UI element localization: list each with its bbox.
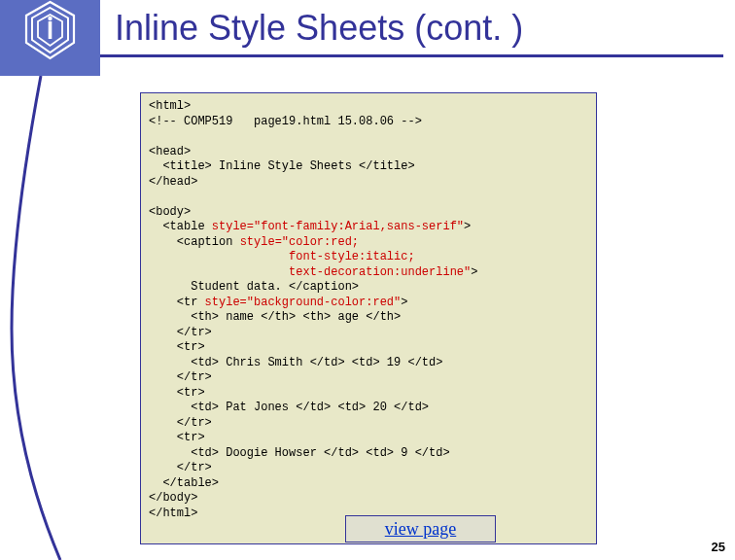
decorative-curve: [0, 76, 100, 560]
code-block: <html> <!-- COMP519 page19.html 15.08.06…: [140, 92, 597, 544]
code-line: <tr>: [149, 340, 205, 354]
code-line: <td> Chris Smith </td> <td> 19 </td>: [149, 356, 442, 369]
code-line: <head>: [149, 145, 191, 158]
code-line: </table>: [149, 476, 219, 490]
code-style: style="background-color:red": [205, 296, 402, 309]
code-style: style="font-family:Arial,sans-serif": [212, 220, 464, 233]
code-line: >: [464, 220, 471, 233]
code-line: </head>: [149, 175, 197, 189]
code-line: <!-- COMP519 page19.html 15.08.06 -->: [149, 115, 422, 128]
code-line: </tr>: [149, 370, 212, 384]
view-page-button[interactable]: view page: [345, 515, 496, 542]
code-line: </tr>: [149, 416, 212, 430]
code-line: <body>: [149, 205, 191, 219]
code-line: <tr>: [149, 386, 205, 400]
page-number: 25: [712, 540, 725, 554]
code-line: <title> Inline Style Sheets </title>: [149, 159, 415, 173]
code-line: <th> name </th> <th> age </th>: [149, 310, 401, 324]
code-line: </tr>: [149, 461, 212, 474]
code-style: text-decoration:underline": [149, 265, 471, 279]
title-underline: [100, 54, 723, 57]
view-page-link[interactable]: view page: [385, 519, 456, 539]
code-line: <td> Doogie Howser </td> <td> 9 </td>: [149, 446, 450, 460]
code-style: style="color:red;: [240, 235, 359, 249]
code-style: font-style:italic;: [149, 250, 415, 263]
code-line: <caption: [149, 235, 240, 249]
svg-rect-1: [49, 21, 52, 39]
code-line: </body>: [149, 491, 197, 505]
code-line: <td> Pat Jones </td> <td> 20 </td>: [149, 401, 429, 414]
code-line: </tr>: [149, 326, 212, 339]
code-line: <table: [149, 220, 212, 233]
logo-icon: [23, 0, 77, 60]
code-line: </html>: [149, 507, 197, 520]
code-line: <tr>: [149, 431, 205, 444]
svg-point-0: [48, 17, 52, 20]
slide-header: Inline Style Sheets (cont. ): [0, 0, 735, 76]
code-line: >: [401, 296, 407, 309]
code-line: <tr: [149, 296, 205, 309]
slide-title: Inline Style Sheets (cont. ): [115, 8, 523, 49]
code-line: >: [471, 265, 477, 279]
code-line: <html>: [149, 99, 191, 113]
code-line: Student data. </caption>: [149, 280, 359, 294]
